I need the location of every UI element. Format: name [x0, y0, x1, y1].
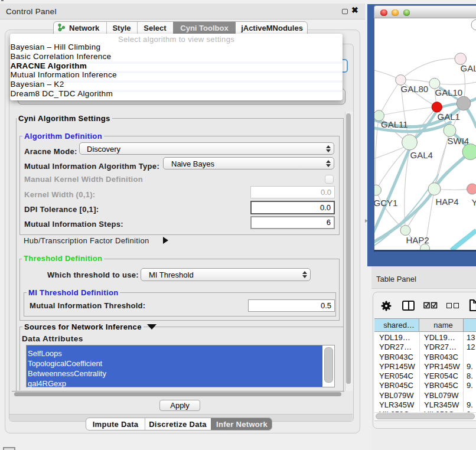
svg-text:GAL10: GAL10	[435, 87, 462, 97]
svg-text:HAP4: HAP4	[435, 197, 458, 207]
svg-text:GAL80: GAL80	[400, 84, 428, 94]
svg-text:Y: Y	[471, 197, 476, 207]
svg-text:GAL4: GAL4	[410, 150, 432, 160]
svg-text:SWI4: SWI4	[447, 136, 469, 146]
svg-text:HAP2: HAP2	[406, 235, 429, 245]
svg-text:GAL11: GAL11	[381, 119, 408, 129]
svg-text:GCY1: GCY1	[374, 198, 397, 208]
svg-text:GAL1: GAL1	[437, 112, 459, 122]
svg-text:GAL: GAL	[460, 63, 476, 73]
